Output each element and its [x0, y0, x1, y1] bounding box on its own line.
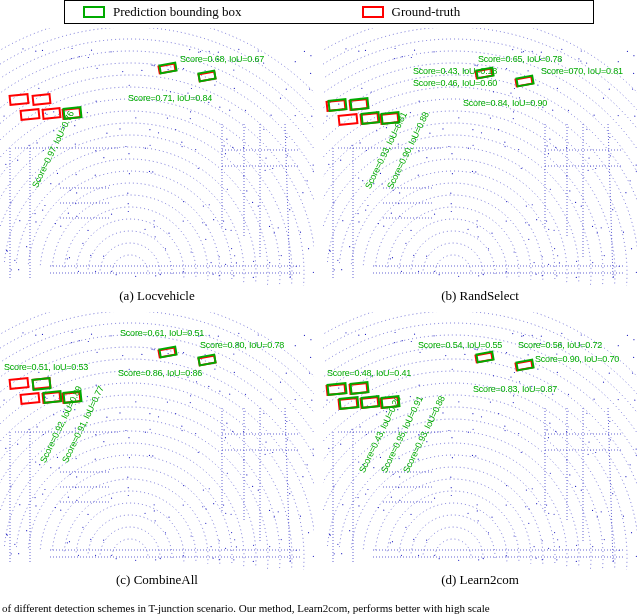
svg-point-354 [542, 256, 543, 257]
svg-point-105 [218, 52, 219, 53]
svg-point-349 [623, 232, 624, 233]
svg-point-666 [548, 548, 549, 549]
svg-point-676 [554, 532, 555, 533]
svg-point-393 [468, 148, 469, 149]
svg-point-798 [569, 474, 570, 475]
svg-point-153 [155, 236, 156, 237]
svg-point-397 [636, 165, 637, 166]
svg-point-795 [576, 545, 577, 546]
svg-point-112 [141, 70, 142, 71]
svg-point-565 [219, 540, 220, 541]
svg-point-38 [181, 146, 182, 147]
svg-point-718 [528, 508, 529, 509]
svg-point-510 [265, 454, 266, 455]
svg-point-160 [82, 243, 83, 244]
svg-point-298 [473, 145, 474, 146]
pred-box [31, 377, 51, 391]
svg-point-118 [76, 174, 77, 175]
svg-point-437 [71, 332, 72, 333]
svg-point-490 [103, 441, 104, 442]
score-label: Score=0.80, IoU=0.78 [200, 340, 284, 350]
svg-point-417 [555, 147, 556, 148]
svg-point-548 [214, 368, 215, 369]
svg-point-135 [236, 262, 237, 263]
svg-point-345 [527, 70, 528, 71]
svg-point-696 [636, 556, 637, 557]
svg-point-296 [528, 224, 529, 225]
svg-point-376 [569, 190, 570, 191]
svg-point-373 [576, 261, 577, 262]
svg-point-599 [190, 395, 191, 396]
svg-point-835 [566, 459, 567, 460]
svg-point-320 [337, 260, 338, 261]
svg-point-93 [28, 145, 29, 146]
score-label: Score=0.71, IoU=0.84 [128, 93, 212, 103]
svg-point-517 [154, 504, 155, 505]
svg-point-408 [552, 110, 553, 111]
svg-point-136 [135, 276, 136, 277]
svg-point-339 [358, 177, 359, 178]
svg-point-248 [334, 269, 335, 270]
svg-point-41 [71, 58, 72, 59]
svg-point-464 [225, 437, 226, 438]
svg-point-714 [512, 333, 513, 334]
svg-point-89 [209, 204, 210, 205]
svg-point-456 [196, 381, 197, 382]
svg-point-531 [14, 544, 15, 545]
svg-point-315 [358, 51, 359, 52]
svg-point-477 [191, 535, 192, 536]
svg-point-586 [149, 413, 150, 414]
svg-point-466 [59, 467, 60, 468]
svg-point-757 [483, 558, 484, 559]
svg-point-812 [597, 516, 598, 517]
svg-point-719 [450, 477, 451, 478]
svg-point-195 [313, 171, 314, 172]
score-label: Score=0.48, IoU=0.41 [327, 368, 411, 378]
svg-point-26 [295, 115, 296, 116]
svg-point-453 [22, 332, 23, 333]
svg-point-813 [467, 513, 468, 514]
score-label: Score=0.56, IoU=0.72 [518, 340, 602, 350]
svg-point-572 [243, 431, 244, 432]
svg-point-807 [625, 476, 626, 477]
svg-point-305 [383, 226, 384, 227]
svg-point-368 [376, 130, 377, 131]
svg-point-199 [253, 277, 254, 278]
svg-point-369 [581, 50, 582, 51]
svg-point-728 [477, 504, 478, 505]
svg-point-281 [452, 173, 453, 174]
svg-point-797 [472, 413, 473, 414]
svg-point-613 [213, 558, 214, 559]
svg-point-272 [528, 239, 529, 240]
svg-point-403 [359, 142, 360, 143]
svg-point-763 [581, 490, 582, 491]
pred-box [349, 381, 369, 395]
svg-point-842 [341, 553, 342, 554]
svg-point-826 [586, 413, 587, 414]
svg-point-170 [119, 128, 120, 129]
scene-d: Score=0.54, IoU=0.55Score=0.48, IoU=0.41… [323, 312, 637, 570]
svg-point-252 [394, 58, 395, 59]
scene-b: Score=0.65, IoU=0.78Score=0.43, IoU=0.18… [323, 28, 637, 286]
svg-point-79 [183, 68, 184, 69]
svg-point-617 [313, 455, 314, 456]
svg-point-96 [278, 227, 279, 228]
svg-point-237 [618, 115, 619, 116]
svg-point-570 [289, 493, 290, 494]
svg-point-231 [554, 230, 555, 231]
svg-point-341 [581, 206, 582, 207]
svg-point-620 [272, 452, 273, 453]
svg-point-742 [337, 544, 338, 545]
svg-point-350 [399, 192, 400, 193]
svg-point-536 [183, 485, 184, 486]
svg-point-202 [243, 175, 244, 176]
svg-point-778 [518, 433, 519, 434]
pred-box [360, 395, 380, 409]
svg-point-276 [521, 52, 522, 53]
svg-point-156 [135, 117, 136, 118]
svg-point-751 [399, 458, 400, 459]
svg-point-283 [418, 271, 419, 272]
svg-point-726 [351, 429, 352, 430]
svg-point-400 [604, 255, 605, 256]
pred-box [326, 382, 347, 396]
